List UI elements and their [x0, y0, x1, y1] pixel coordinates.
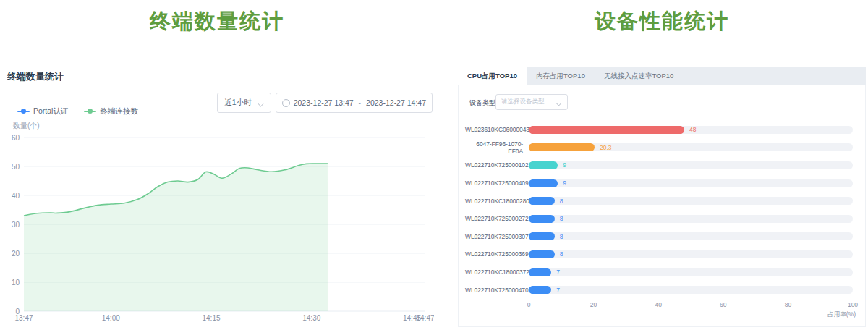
bar-fill — [529, 126, 684, 134]
bar-fill — [529, 179, 558, 187]
bar-track: 8 — [529, 215, 853, 223]
chevron-down-icon — [556, 99, 562, 106]
bar-row: WL022710K7250004707 — [465, 281, 853, 299]
bar-x-tick: 80 — [785, 301, 791, 308]
svg-text:14:15: 14:15 — [202, 314, 220, 322]
bar-track: 8 — [529, 232, 853, 240]
svg-text:14:30: 14:30 — [302, 314, 320, 322]
bar-track: 9 — [529, 161, 853, 169]
bar-track: 8 — [529, 197, 853, 205]
bar-value-label: 8 — [560, 250, 563, 258]
bar-row: 6047-FF96-1070-EF0A20.3 — [465, 139, 853, 157]
device-name: WL023610KC06000043 — [465, 126, 523, 133]
bar-fill — [529, 250, 555, 258]
bar-x-tick: 20 — [590, 301, 597, 308]
svg-text:14:00: 14:00 — [102, 314, 120, 322]
bar-value-label: 9 — [563, 161, 566, 169]
bar-row: WL022710K7250003078 — [465, 228, 853, 246]
bar-fill — [529, 232, 555, 240]
tab-内存占用TOP10[interactable]: 内存占用TOP10 — [527, 67, 595, 85]
bar-value-label: 48 — [689, 126, 696, 133]
dashboard: 终端数量统计 终端数量统计 近1小时 2023-12-27 13:47 - 20… — [0, 0, 868, 330]
right-section-title: 设备性能统计 — [458, 7, 866, 36]
bar-track: 7 — [529, 286, 853, 294]
bar-row: WL022710K7250001029 — [465, 156, 853, 174]
tab-CPU占用TOP10[interactable]: CPU占用TOP10 — [458, 67, 527, 85]
device-name: WL022710KC18000372 — [465, 268, 523, 276]
svg-text:50: 50 — [12, 163, 20, 171]
svg-text:60: 60 — [12, 134, 20, 142]
tab-无线接入点速率TOP10[interactable]: 无线接入点速率TOP10 — [595, 67, 683, 85]
bar-x-tick: 60 — [720, 301, 726, 308]
bar-track: 20.3 — [529, 143, 853, 151]
device-type-select[interactable]: 请选择设备类型 — [495, 94, 568, 110]
bar-value-label: 8 — [560, 215, 563, 222]
bar-x-tick: 0 — [527, 301, 531, 308]
terminal-stats-section: 终端数量统计 终端数量统计 近1小时 2023-12-27 13:47 - 20… — [0, 0, 434, 330]
bar-row: WL022710KC180002808 — [465, 192, 853, 210]
bar-value-label: 7 — [556, 287, 560, 294]
perf-tabs: CPU占用TOP10内存占用TOP10无线接入点速率TOP10 — [458, 67, 866, 85]
svg-text:10: 10 — [12, 279, 20, 287]
bar-row: WL022710K7250003698 — [465, 245, 853, 263]
bar-value-label: 9 — [563, 179, 566, 187]
svg-text:30: 30 — [12, 221, 20, 229]
device-name: WL022710KC18000280 — [465, 198, 523, 205]
bar-fill — [529, 143, 595, 151]
device-name: WL022710K725000272 — [465, 215, 523, 222]
bar-x-tick: 100 — [848, 301, 858, 308]
bar-value-label: 20.3 — [600, 144, 612, 151]
svg-text:40: 40 — [12, 192, 20, 200]
bar-value-label: 8 — [560, 198, 563, 205]
cpu-top10-bar-chart: WL023610KC06000043486047-FF96-1070-EF0A2… — [465, 121, 853, 299]
bar-x-axis: 020406080100 — [458, 301, 866, 310]
bar-value-label: 8 — [560, 233, 563, 240]
bar-x-tick: 40 — [655, 301, 661, 308]
bar-fill — [529, 215, 555, 223]
bar-row: WL023610KC0600004348 — [465, 121, 853, 139]
device-name: WL022710K725000409 — [465, 179, 523, 187]
bar-track: 9 — [529, 179, 853, 187]
device-name: WL022710K725000307 — [465, 233, 523, 240]
bar-track: 8 — [529, 250, 853, 258]
svg-text:20: 20 — [12, 250, 20, 258]
device-perf-section: 设备性能统计 CPU占用TOP10内存占用TOP10无线接入点速率TOP10 设… — [458, 0, 866, 330]
device-name: WL022710K725000102 — [465, 161, 523, 169]
bar-fill — [529, 197, 555, 205]
terminal-line-chart: 010203040506013:4714:0014:1514:3014:4514… — [0, 0, 434, 330]
bar-x-axis-name: 占用率(%) — [827, 310, 856, 319]
bar-track: 7 — [529, 268, 853, 276]
bar-fill — [529, 161, 558, 169]
bar-track: 48 — [529, 126, 853, 134]
device-name: WL022710K725000369 — [465, 250, 523, 258]
bar-row: WL022710K7250002728 — [465, 210, 853, 228]
bar-fill — [529, 268, 551, 276]
device-type-placeholder: 请选择设备类型 — [501, 98, 545, 106]
device-name: 6047-FF96-1070-EF0A — [465, 140, 523, 155]
svg-text:13:47: 13:47 — [14, 314, 33, 322]
bar-row: WL022710K7250004099 — [465, 174, 853, 192]
bar-row: WL022710KC180003727 — [465, 263, 853, 282]
device-type-label: 设备类型 — [469, 98, 495, 108]
device-name: WL022710K725000470 — [465, 287, 523, 294]
bar-value-label: 7 — [556, 268, 560, 276]
svg-text:14:47: 14:47 — [416, 314, 434, 322]
bar-fill — [529, 286, 551, 294]
